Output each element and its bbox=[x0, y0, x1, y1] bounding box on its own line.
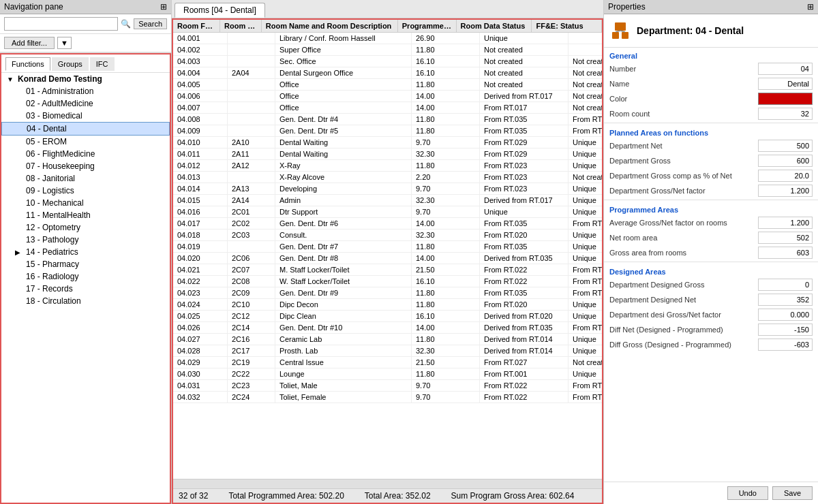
nav-tree-item-jan[interactable]: 08 - Janitorial bbox=[1, 172, 170, 185]
prop-value-dept-gross[interactable] bbox=[758, 155, 813, 167]
table-row[interactable]: 04.0172C02Gen. Dent. Dtr #614.00From RT.… bbox=[173, 218, 602, 230]
nav-tree-item-erom[interactable]: 05 - EROM bbox=[1, 136, 170, 148]
nav-tree-item-admin[interactable]: 01 - Administration bbox=[1, 85, 170, 97]
nav-tree-item-dental[interactable]: 04 - Dental bbox=[1, 122, 170, 136]
prop-value-gross-rooms[interactable] bbox=[758, 247, 813, 259]
prop-value-diff-gross[interactable] bbox=[758, 338, 813, 351]
nav-tree-item-house[interactable]: 07 - Housekeeping bbox=[1, 160, 170, 172]
prop-value-desi-gn-factor[interactable] bbox=[758, 309, 813, 321]
table-row[interactable]: 04.0112A11Dental Waiting32.30From RT.029… bbox=[173, 148, 602, 160]
table-row[interactable]: 04.006Office14.00Derived from RT.017Not … bbox=[173, 91, 602, 102]
table-row[interactable]: 04.0122A12X-Ray11.80From RT.023Unique bbox=[173, 160, 602, 172]
grid-header-num[interactable]: Room N... bbox=[220, 20, 262, 32]
nav-tree-item-rec[interactable]: 17 - Records bbox=[1, 283, 170, 295]
table-row[interactable]: 04.0312C23Toliet, Male9.70From RT.022Fro… bbox=[173, 380, 602, 392]
nav-search-input[interactable] bbox=[4, 17, 118, 31]
nav-tree-item-pharm[interactable]: 15 - Pharmacy bbox=[1, 258, 170, 270]
table-row[interactable]: 04.009Gen. Dent. Dtr #511.80From RT.035F… bbox=[173, 125, 602, 137]
search-icon[interactable]: 🔍 bbox=[121, 19, 131, 29]
table-row[interactable]: 04.0322C24Toliet, Female9.70From RT.022F… bbox=[173, 392, 602, 403]
grid-header-func[interactable]: Room Funct... bbox=[173, 20, 220, 32]
grid-cell-num: 2C06 bbox=[228, 253, 275, 264]
prop-value-designed-gross[interactable] bbox=[758, 279, 813, 291]
save-button[interactable]: Save bbox=[772, 486, 813, 500]
table-row[interactable]: 04.0302C22Lounge11.80From RT.001Unique bbox=[173, 368, 602, 380]
nav-tree-item-circ[interactable]: 18 - Circulation bbox=[1, 295, 170, 307]
table-row[interactable]: 04.0102A10Dental Waiting9.70From RT.029U… bbox=[173, 137, 602, 148]
prop-value-gross-net-factor[interactable] bbox=[758, 185, 813, 197]
grid-cell-name: Gen. Dent. Dtr #9 bbox=[275, 287, 412, 298]
table-row[interactable]: 04.0152A14Admin32.30Derived from RT.017U… bbox=[173, 195, 602, 206]
prop-value-dept-net[interactable] bbox=[758, 140, 813, 152]
table-row[interactable]: 04.0212C07M. Staff Locker/Toilet21.50Fro… bbox=[173, 264, 602, 276]
table-row[interactable]: 04.0272C16Ceramic Lab11.80Derived from R… bbox=[173, 334, 602, 345]
nav-tree-item-flight[interactable]: 06 - FlightMedicine bbox=[1, 148, 170, 160]
nav-tree-item-adult[interactable]: 02 - AdultMedicine bbox=[1, 97, 170, 110]
prop-value-name[interactable] bbox=[758, 78, 813, 90]
grid-header-status[interactable]: Room Data Status bbox=[457, 20, 532, 32]
tab-rooms-dental[interactable]: Rooms [04 - Dental] bbox=[175, 3, 265, 18]
nav-tree-item-bio[interactable]: 03 - Biomedical bbox=[1, 110, 170, 122]
add-filter-button[interactable]: Add filter... bbox=[4, 37, 55, 49]
table-row[interactable]: 04.0162C01Dtr Support9.70UniqueUnique bbox=[173, 206, 602, 218]
grid-cell-num bbox=[228, 125, 275, 136]
prop-color-picker[interactable] bbox=[758, 93, 813, 105]
table-row[interactable]: 04.019Gen. Dent. Dtr #711.80From RT.035U… bbox=[173, 241, 602, 253]
prop-value-net-room[interactable] bbox=[758, 232, 813, 244]
table-row[interactable]: 04.0242C10Dipc Decon11.80From RT.020Uniq… bbox=[173, 299, 602, 311]
table-row[interactable]: 04.0222C08W. Staff Locker/Toilet16.10Fro… bbox=[173, 276, 602, 287]
table-row[interactable]: 04.0282C17Prosth. Lab32.30Derived from R… bbox=[173, 345, 602, 357]
tab-groups[interactable]: Groups bbox=[52, 57, 89, 71]
grid-header-ffe[interactable]: FF&E: Status bbox=[532, 20, 602, 32]
table-row[interactable]: 04.0292C19Central Issue21.50From RT.027N… bbox=[173, 357, 602, 368]
horizontal-scrollbar[interactable] bbox=[173, 479, 602, 488]
grid-header-area[interactable]: Programmed Area bbox=[398, 20, 457, 32]
prop-value-avg-gn[interactable] bbox=[758, 217, 813, 229]
table-row[interactable]: 04.0182C03Consult.32.30From RT.020Unique bbox=[173, 230, 602, 241]
undo-button[interactable]: Undo bbox=[727, 486, 768, 500]
prop-label-diff-gross: Diff Gross (Designed - Programmed) bbox=[609, 341, 755, 349]
nav-tree-item-log[interactable]: 09 - Logistics bbox=[1, 185, 170, 197]
nav-tree-item-mech[interactable]: 10 - Mechanical bbox=[1, 197, 170, 209]
prop-value-number[interactable] bbox=[758, 63, 813, 75]
table-row[interactable]: 04.003Sec. Office16.10Not createdNot cre… bbox=[173, 56, 602, 67]
filter-dropdown-icon[interactable]: ▼ bbox=[57, 37, 72, 49]
table-row[interactable]: 04.0142A13Developing9.70From RT.023Uniqu… bbox=[173, 183, 602, 195]
nav-tree-root[interactable]: ▼ Konrad Demo Testing bbox=[1, 73, 170, 85]
grid-cell-func: 04.032 bbox=[173, 392, 228, 403]
grid-header-name[interactable]: Room Name and Room Description bbox=[262, 20, 398, 32]
tab-functions[interactable]: Functions bbox=[5, 57, 50, 71]
prop-value-dept-gross-pct[interactable] bbox=[758, 170, 813, 182]
grid-cell-name: Prosth. Lab bbox=[275, 345, 412, 356]
nav-item-label: 05 - EROM bbox=[26, 137, 67, 146]
table-row[interactable]: 04.007Office14.00From RT.017Not created bbox=[173, 102, 602, 114]
grid-body[interactable]: 04.001Library / Conf. Room Hassell26.90U… bbox=[173, 33, 602, 479]
table-row[interactable]: 04.0252C12Dipc Clean16.10Derived from RT… bbox=[173, 311, 602, 322]
prop-value-diff-net[interactable] bbox=[758, 324, 813, 336]
grid-cell-ffe: Unique bbox=[569, 299, 602, 310]
prop-value-room-count[interactable] bbox=[758, 108, 813, 120]
nav-tree-items: 01 - Administration02 - AdultMedicine03 … bbox=[1, 85, 170, 307]
grid-cell-func: 04.017 bbox=[173, 218, 228, 229]
table-row[interactable]: 04.0202C06Gen. Dent. Dtr #814.00Derived … bbox=[173, 253, 602, 264]
table-row[interactable]: 04.0232C09Gen. Dent. Dtr #911.80From RT.… bbox=[173, 287, 602, 299]
nav-tree-item-peds[interactable]: ▶14 - Pediatrics bbox=[1, 246, 170, 258]
grid-cell-ffe: Not created bbox=[569, 102, 602, 113]
prop-row-dept-gross-pct: Department Gross comp as % of Net bbox=[604, 168, 818, 183]
prop-value-designed-net[interactable] bbox=[758, 294, 813, 306]
table-row[interactable]: 04.005Office11.80Not createdNot created bbox=[173, 79, 602, 91]
tab-ifc[interactable]: IFC bbox=[90, 57, 115, 71]
table-row[interactable]: 04.013X-Ray Alcove2.20From RT.023Not cre… bbox=[173, 172, 602, 183]
nav-tree-item-mental[interactable]: 11 - MentalHealth bbox=[1, 209, 170, 221]
table-row[interactable]: 04.0042A04Dental Surgeon Office16.10Not … bbox=[173, 67, 602, 79]
search-button[interactable]: Search bbox=[134, 18, 167, 29]
nav-tree-item-opt[interactable]: 12 - Optometry bbox=[1, 221, 170, 234]
nav-tree-item-radio[interactable]: 16 - Radiology bbox=[1, 270, 170, 283]
nav-tree-item-path[interactable]: 13 - Pathology bbox=[1, 234, 170, 246]
prop-pin-icon[interactable]: ⊞ bbox=[807, 2, 814, 12]
table-row[interactable]: 04.002Super Office11.80Not created bbox=[173, 44, 602, 56]
nav-pin-icon[interactable]: ⊞ bbox=[160, 2, 167, 12]
table-row[interactable]: 04.001Library / Conf. Room Hassell26.90U… bbox=[173, 33, 602, 44]
table-row[interactable]: 04.0262C14Gen. Dent. Dtr #1014.00Derived… bbox=[173, 322, 602, 334]
table-row[interactable]: 04.008Gen. Dent. Dtr #411.80From RT.035F… bbox=[173, 114, 602, 125]
